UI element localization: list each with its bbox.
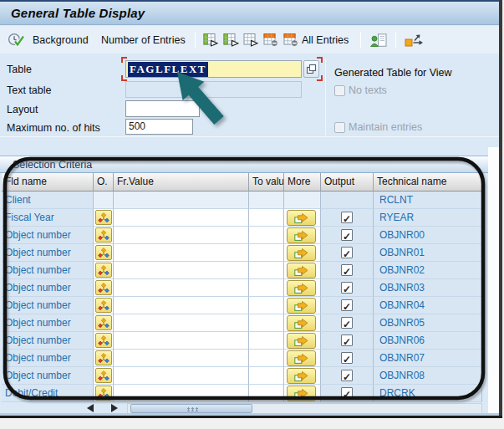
from-value-cell[interactable] — [114, 227, 249, 244]
selection-option-button[interactable] — [95, 298, 112, 313]
more-cell[interactable] — [284, 350, 321, 367]
more-selection-button[interactable] — [287, 350, 316, 366]
all-entries-button[interactable]: All Entries — [283, 32, 351, 49]
column-header-from-value[interactable]: Fr.Value — [114, 173, 249, 192]
option-cell[interactable] — [94, 297, 114, 314]
more-cell[interactable] — [284, 279, 321, 297]
more-selection-button[interactable] — [287, 298, 316, 314]
table-input[interactable]: FAGLFLEXT — [125, 60, 302, 78]
option-cell[interactable] — [94, 209, 114, 227]
limited-entries-button[interactable] — [263, 32, 279, 49]
to-value-cell[interactable] — [249, 279, 284, 297]
execute-button[interactable] — [8, 32, 25, 49]
selection-option-button[interactable] — [95, 333, 112, 348]
output-cell[interactable] — [321, 367, 374, 385]
output-cell[interactable] — [321, 332, 374, 350]
from-value-cell[interactable] — [114, 244, 249, 262]
max-hits-input[interactable]: 500 — [125, 119, 193, 135]
column-header-more[interactable]: More — [284, 173, 321, 192]
selection-option-button[interactable] — [95, 227, 112, 243]
scroll-left-arrow[interactable] — [87, 404, 94, 412]
export-button[interactable] — [405, 32, 424, 49]
more-cell[interactable] — [284, 367, 321, 385]
option-cell[interactable] — [94, 385, 114, 402]
output-cell[interactable] — [321, 227, 374, 244]
output-cell[interactable] — [321, 385, 374, 402]
column-header-technical-name[interactable]: Technical name — [374, 173, 482, 192]
output-checkbox[interactable] — [341, 370, 353, 381]
output-cell[interactable] — [321, 279, 374, 297]
selection-option-button[interactable] — [95, 245, 112, 260]
more-selection-button[interactable] — [287, 245, 316, 261]
from-value-cell[interactable] — [114, 279, 249, 297]
option-cell[interactable] — [94, 332, 114, 350]
output-checkbox[interactable] — [341, 352, 353, 364]
output-cell[interactable] — [321, 314, 374, 332]
column-header-option[interactable]: O. — [94, 173, 114, 192]
column-header-output[interactable]: Output — [321, 173, 374, 192]
select-fields-button[interactable] — [203, 32, 219, 49]
selection-option-button[interactable] — [95, 350, 112, 365]
output-cell[interactable] — [321, 209, 374, 227]
select-fields-alt-button[interactable] — [223, 32, 239, 49]
more-selection-button[interactable] — [287, 386, 316, 401]
more-selection-button[interactable] — [287, 280, 316, 296]
number-of-entries-button[interactable]: Number of Entries — [99, 32, 188, 49]
more-selection-button[interactable] — [287, 368, 316, 384]
to-value-cell[interactable] — [249, 209, 284, 227]
option-cell[interactable] — [94, 262, 114, 279]
from-value-cell[interactable] — [114, 332, 249, 350]
from-value-cell[interactable] — [114, 262, 249, 279]
selection-option-button[interactable] — [95, 386, 112, 401]
more-cell[interactable] — [284, 262, 321, 279]
output-checkbox[interactable] — [341, 335, 353, 346]
output-cell[interactable] — [321, 350, 374, 367]
maintain-entries-checkbox[interactable]: Maintain entries — [334, 121, 422, 133]
no-texts-checkbox[interactable]: No texts — [334, 84, 387, 96]
selection-option-button[interactable] — [95, 315, 112, 330]
selection-option-button[interactable] — [95, 280, 112, 295]
user-settings-button[interactable] — [370, 32, 388, 49]
option-cell[interactable] — [94, 227, 114, 244]
output-cell[interactable] — [321, 244, 374, 262]
output-checkbox[interactable] — [341, 317, 353, 329]
output-checkbox[interactable] — [341, 387, 353, 399]
from-value-cell[interactable] — [114, 209, 249, 227]
output-checkbox[interactable] — [341, 282, 353, 294]
to-value-cell[interactable] — [249, 262, 284, 279]
more-cell[interactable] — [284, 385, 321, 402]
from-value-cell[interactable] — [114, 297, 249, 314]
selection-option-button[interactable] — [95, 210, 112, 225]
option-cell[interactable] — [94, 314, 114, 332]
option-cell[interactable] — [94, 244, 114, 262]
more-cell[interactable] — [284, 227, 321, 244]
more-cell[interactable] — [284, 209, 321, 227]
more-selection-button[interactable] — [287, 263, 316, 278]
output-checkbox[interactable] — [341, 299, 353, 311]
to-value-cell[interactable] — [249, 297, 284, 314]
column-header-fld-name[interactable]: Fld name — [2, 173, 94, 192]
background-button[interactable]: Background — [30, 32, 91, 49]
column-header-to-value[interactable]: To value — [249, 173, 284, 192]
deselect-fields-button[interactable] — [243, 32, 259, 49]
selection-option-button[interactable] — [95, 368, 112, 383]
from-value-cell[interactable] — [114, 350, 249, 367]
selection-option-button[interactable] — [95, 263, 112, 278]
matchcode-button[interactable] — [303, 60, 319, 78]
more-cell[interactable] — [284, 314, 321, 332]
more-cell[interactable] — [284, 332, 321, 350]
output-cell[interactable] — [321, 297, 374, 314]
output-checkbox[interactable] — [341, 212, 353, 223]
to-value-cell[interactable] — [249, 314, 284, 332]
to-value-cell[interactable] — [249, 227, 284, 244]
to-value-cell[interactable] — [249, 244, 284, 262]
output-cell[interactable] — [321, 262, 374, 279]
more-selection-button[interactable] — [287, 315, 316, 331]
option-cell[interactable] — [94, 367, 114, 385]
to-value-cell[interactable] — [249, 385, 284, 402]
option-cell[interactable] — [94, 279, 114, 297]
output-checkbox[interactable] — [341, 229, 353, 241]
to-value-cell[interactable] — [249, 367, 284, 385]
more-selection-button[interactable] — [287, 227, 316, 243]
output-checkbox[interactable] — [341, 264, 353, 276]
